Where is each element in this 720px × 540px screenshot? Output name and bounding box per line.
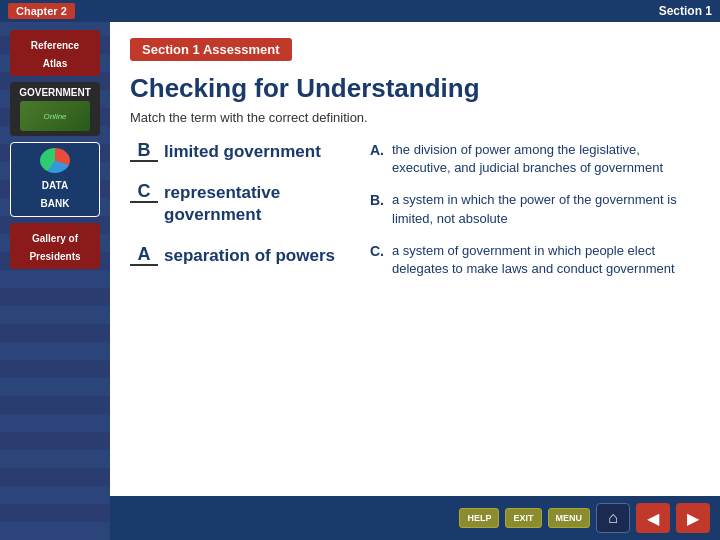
def-letter-b: B. [370,191,384,227]
def-text-a: the division of power among the legislat… [392,141,700,177]
content-columns: B limited government C representativegov… [130,141,700,520]
answer-box-2: C [130,182,158,203]
sidebar-gallery-label: Gallery ofPresidents [29,233,80,262]
section-banner: Section 1 Assessment [130,38,292,61]
sidebar: ReferenceAtlas GOVERNMENT Online DATABAN… [0,22,110,540]
match-label-1: limited government [164,141,321,162]
subtitle: Match the term with the correct definiti… [130,110,700,125]
chapter-badge: Chapter 2 [8,3,75,19]
nav-forward-button[interactable]: ▶ [676,503,710,533]
match-column: B limited government C representativegov… [130,141,350,520]
sidebar-item-government-online[interactable]: GOVERNMENT Online [10,82,100,136]
definition-b: B. a system in which the power of the go… [370,191,700,227]
definition-a: A. the division of power among the legis… [370,141,700,177]
nav-back-button[interactable]: ◀ [636,503,670,533]
sidebar-atlas-label: ReferenceAtlas [31,40,79,69]
chapter-number: 2 [61,5,67,17]
def-text-c: a system of government in which people e… [392,242,700,278]
nav-home-button[interactable]: ⌂ [596,503,630,533]
forward-icon: ▶ [687,509,699,528]
match-item-3: A separation of powers [130,245,350,266]
section-label: Section 1 [659,4,712,18]
main-content: Section 1 Assessment Checking for Unders… [110,22,720,540]
page-title: Checking for Understanding [130,73,700,104]
definition-c: C. a system of government in which peopl… [370,242,700,278]
sidebar-gov-label: GOVERNMENT [19,87,91,99]
top-bar: Chapter 2 Section 1 [0,0,720,22]
sidebar-databank-label: DATABANK [41,180,70,209]
match-item-1: B limited government [130,141,350,162]
bottom-toolbar: HELP EXIT MENU ⌂ ◀ ▶ [110,496,720,540]
sidebar-item-data-bank[interactable]: DATABANK [10,142,100,217]
match-item-2: C representativegovernment [130,182,350,225]
answer-box-1: B [130,141,158,162]
home-icon: ⌂ [608,509,618,527]
back-icon: ◀ [647,509,659,528]
help-button[interactable]: HELP [459,508,499,528]
match-label-2: representativegovernment [164,182,280,225]
def-text-b: a system in which the power of the gover… [392,191,700,227]
def-letter-c: C. [370,242,384,278]
menu-button[interactable]: MENU [548,508,591,528]
answer-box-3: A [130,245,158,266]
gov-online-text: Online [43,112,66,121]
definitions-column: A. the division of power among the legis… [370,141,700,520]
sidebar-item-reference-atlas[interactable]: ReferenceAtlas [10,30,100,76]
chapter-label: Chapter [16,5,58,17]
exit-button[interactable]: EXIT [505,508,541,528]
match-label-3: separation of powers [164,245,335,266]
sidebar-item-gallery[interactable]: Gallery ofPresidents [10,223,100,269]
data-bank-icon [40,148,70,173]
def-letter-a: A. [370,141,384,177]
gov-online-icon: Online [20,101,90,131]
